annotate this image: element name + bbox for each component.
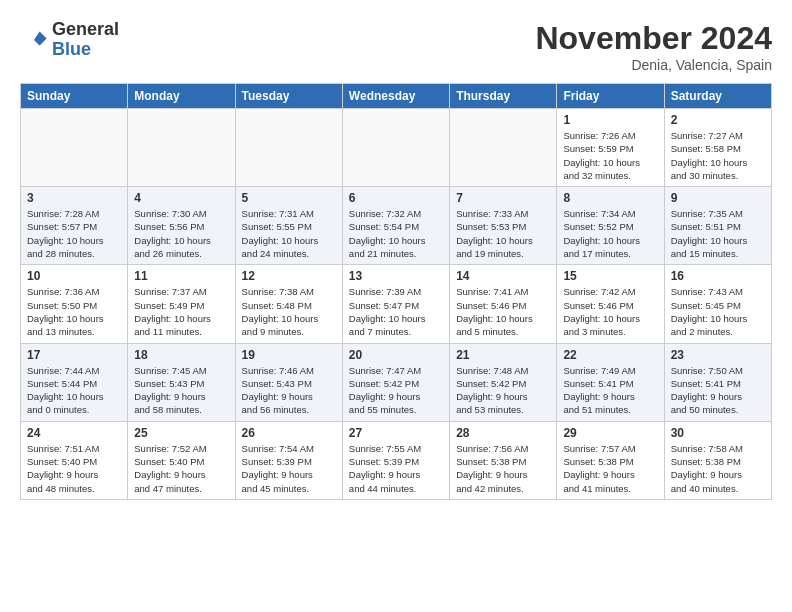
- logo-general: General: [52, 19, 119, 39]
- week-row-1: 1Sunrise: 7:26 AMSunset: 5:59 PMDaylight…: [21, 109, 772, 187]
- day-cell: 18Sunrise: 7:45 AMSunset: 5:43 PMDayligh…: [128, 343, 235, 421]
- day-cell: [21, 109, 128, 187]
- day-cell: 16Sunrise: 7:43 AMSunset: 5:45 PMDayligh…: [664, 265, 771, 343]
- title-block: November 2024 Denia, Valencia, Spain: [535, 20, 772, 73]
- day-cell: 10Sunrise: 7:36 AMSunset: 5:50 PMDayligh…: [21, 265, 128, 343]
- day-number: 17: [27, 348, 121, 362]
- day-cell: 30Sunrise: 7:58 AMSunset: 5:38 PMDayligh…: [664, 421, 771, 499]
- col-thursday: Thursday: [450, 84, 557, 109]
- calendar: Sunday Monday Tuesday Wednesday Thursday…: [20, 83, 772, 500]
- col-wednesday: Wednesday: [342, 84, 449, 109]
- logo-blue: Blue: [52, 39, 91, 59]
- col-tuesday: Tuesday: [235, 84, 342, 109]
- day-number: 5: [242, 191, 336, 205]
- day-cell: 12Sunrise: 7:38 AMSunset: 5:48 PMDayligh…: [235, 265, 342, 343]
- col-monday: Monday: [128, 84, 235, 109]
- day-cell: 1Sunrise: 7:26 AMSunset: 5:59 PMDaylight…: [557, 109, 664, 187]
- day-info: Sunrise: 7:46 AMSunset: 5:43 PMDaylight:…: [242, 364, 336, 417]
- day-info: Sunrise: 7:48 AMSunset: 5:42 PMDaylight:…: [456, 364, 550, 417]
- day-cell: 20Sunrise: 7:47 AMSunset: 5:42 PMDayligh…: [342, 343, 449, 421]
- day-cell: 21Sunrise: 7:48 AMSunset: 5:42 PMDayligh…: [450, 343, 557, 421]
- day-cell: 15Sunrise: 7:42 AMSunset: 5:46 PMDayligh…: [557, 265, 664, 343]
- day-cell: 25Sunrise: 7:52 AMSunset: 5:40 PMDayligh…: [128, 421, 235, 499]
- day-cell: 4Sunrise: 7:30 AMSunset: 5:56 PMDaylight…: [128, 187, 235, 265]
- day-info: Sunrise: 7:57 AMSunset: 5:38 PMDaylight:…: [563, 442, 657, 495]
- week-row-3: 10Sunrise: 7:36 AMSunset: 5:50 PMDayligh…: [21, 265, 772, 343]
- day-cell: [342, 109, 449, 187]
- month-title: November 2024: [535, 20, 772, 57]
- day-number: 25: [134, 426, 228, 440]
- day-number: 24: [27, 426, 121, 440]
- day-cell: 13Sunrise: 7:39 AMSunset: 5:47 PMDayligh…: [342, 265, 449, 343]
- day-info: Sunrise: 7:56 AMSunset: 5:38 PMDaylight:…: [456, 442, 550, 495]
- day-cell: [450, 109, 557, 187]
- day-cell: [128, 109, 235, 187]
- day-cell: 7Sunrise: 7:33 AMSunset: 5:53 PMDaylight…: [450, 187, 557, 265]
- day-info: Sunrise: 7:43 AMSunset: 5:45 PMDaylight:…: [671, 285, 765, 338]
- page: General Blue November 2024 Denia, Valenc…: [0, 0, 792, 510]
- day-cell: 14Sunrise: 7:41 AMSunset: 5:46 PMDayligh…: [450, 265, 557, 343]
- day-number: 14: [456, 269, 550, 283]
- day-info: Sunrise: 7:33 AMSunset: 5:53 PMDaylight:…: [456, 207, 550, 260]
- day-number: 23: [671, 348, 765, 362]
- col-saturday: Saturday: [664, 84, 771, 109]
- day-number: 8: [563, 191, 657, 205]
- day-number: 12: [242, 269, 336, 283]
- day-number: 4: [134, 191, 228, 205]
- day-info: Sunrise: 7:50 AMSunset: 5:41 PMDaylight:…: [671, 364, 765, 417]
- day-number: 11: [134, 269, 228, 283]
- day-cell: 8Sunrise: 7:34 AMSunset: 5:52 PMDaylight…: [557, 187, 664, 265]
- calendar-header: Sunday Monday Tuesday Wednesday Thursday…: [21, 84, 772, 109]
- day-number: 27: [349, 426, 443, 440]
- day-info: Sunrise: 7:54 AMSunset: 5:39 PMDaylight:…: [242, 442, 336, 495]
- day-info: Sunrise: 7:51 AMSunset: 5:40 PMDaylight:…: [27, 442, 121, 495]
- day-info: Sunrise: 7:39 AMSunset: 5:47 PMDaylight:…: [349, 285, 443, 338]
- day-cell: 6Sunrise: 7:32 AMSunset: 5:54 PMDaylight…: [342, 187, 449, 265]
- day-info: Sunrise: 7:36 AMSunset: 5:50 PMDaylight:…: [27, 285, 121, 338]
- day-number: 26: [242, 426, 336, 440]
- header-row: Sunday Monday Tuesday Wednesday Thursday…: [21, 84, 772, 109]
- day-number: 6: [349, 191, 443, 205]
- day-cell: 27Sunrise: 7:55 AMSunset: 5:39 PMDayligh…: [342, 421, 449, 499]
- day-number: 30: [671, 426, 765, 440]
- day-info: Sunrise: 7:34 AMSunset: 5:52 PMDaylight:…: [563, 207, 657, 260]
- day-cell: 2Sunrise: 7:27 AMSunset: 5:58 PMDaylight…: [664, 109, 771, 187]
- day-info: Sunrise: 7:44 AMSunset: 5:44 PMDaylight:…: [27, 364, 121, 417]
- logo-icon: [20, 26, 48, 54]
- day-number: 20: [349, 348, 443, 362]
- day-number: 22: [563, 348, 657, 362]
- day-number: 29: [563, 426, 657, 440]
- day-info: Sunrise: 7:47 AMSunset: 5:42 PMDaylight:…: [349, 364, 443, 417]
- week-row-4: 17Sunrise: 7:44 AMSunset: 5:44 PMDayligh…: [21, 343, 772, 421]
- day-info: Sunrise: 7:31 AMSunset: 5:55 PMDaylight:…: [242, 207, 336, 260]
- day-info: Sunrise: 7:35 AMSunset: 5:51 PMDaylight:…: [671, 207, 765, 260]
- day-info: Sunrise: 7:55 AMSunset: 5:39 PMDaylight:…: [349, 442, 443, 495]
- col-friday: Friday: [557, 84, 664, 109]
- col-sunday: Sunday: [21, 84, 128, 109]
- day-number: 19: [242, 348, 336, 362]
- day-number: 21: [456, 348, 550, 362]
- day-info: Sunrise: 7:27 AMSunset: 5:58 PMDaylight:…: [671, 129, 765, 182]
- day-number: 9: [671, 191, 765, 205]
- logo-text: General Blue: [52, 20, 119, 60]
- day-number: 10: [27, 269, 121, 283]
- day-number: 1: [563, 113, 657, 127]
- day-info: Sunrise: 7:30 AMSunset: 5:56 PMDaylight:…: [134, 207, 228, 260]
- day-info: Sunrise: 7:45 AMSunset: 5:43 PMDaylight:…: [134, 364, 228, 417]
- week-row-5: 24Sunrise: 7:51 AMSunset: 5:40 PMDayligh…: [21, 421, 772, 499]
- day-cell: 19Sunrise: 7:46 AMSunset: 5:43 PMDayligh…: [235, 343, 342, 421]
- day-info: Sunrise: 7:49 AMSunset: 5:41 PMDaylight:…: [563, 364, 657, 417]
- day-number: 16: [671, 269, 765, 283]
- day-info: Sunrise: 7:32 AMSunset: 5:54 PMDaylight:…: [349, 207, 443, 260]
- logo: General Blue: [20, 20, 119, 60]
- location: Denia, Valencia, Spain: [535, 57, 772, 73]
- day-cell: 26Sunrise: 7:54 AMSunset: 5:39 PMDayligh…: [235, 421, 342, 499]
- day-info: Sunrise: 7:38 AMSunset: 5:48 PMDaylight:…: [242, 285, 336, 338]
- day-cell: 29Sunrise: 7:57 AMSunset: 5:38 PMDayligh…: [557, 421, 664, 499]
- day-cell: 28Sunrise: 7:56 AMSunset: 5:38 PMDayligh…: [450, 421, 557, 499]
- day-info: Sunrise: 7:28 AMSunset: 5:57 PMDaylight:…: [27, 207, 121, 260]
- day-number: 28: [456, 426, 550, 440]
- day-number: 7: [456, 191, 550, 205]
- day-info: Sunrise: 7:41 AMSunset: 5:46 PMDaylight:…: [456, 285, 550, 338]
- day-cell: 24Sunrise: 7:51 AMSunset: 5:40 PMDayligh…: [21, 421, 128, 499]
